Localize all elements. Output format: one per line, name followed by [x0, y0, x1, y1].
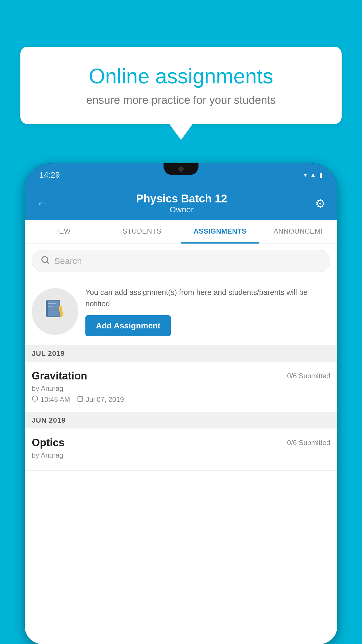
assignment-top-row: Gravitation 0/6 Submitted — [32, 370, 330, 382]
svg-rect-4 — [46, 301, 48, 316]
back-button[interactable]: ← — [36, 197, 48, 210]
tab-assignments[interactable]: ASSIGNMENTS — [181, 220, 259, 244]
assignment-top-row-optics: Optics 0/6 Submitted — [32, 437, 330, 449]
phone-notch — [164, 163, 198, 175]
status-icons: ▾ ▲ ▮ — [304, 171, 323, 179]
notebook-icon — [43, 298, 67, 326]
app-header: ← Physics Batch 12 Owner ⚙ — [25, 187, 337, 220]
date-meta: Jul 07, 2019 — [77, 396, 124, 404]
camera-dot — [178, 167, 184, 172]
promo-description: You can add assignment(s) from here and … — [85, 287, 330, 309]
tab-students[interactable]: STUDENTS — [103, 220, 181, 244]
speech-bubble-tail — [169, 124, 193, 140]
assignment-name: Gravitation — [32, 370, 87, 382]
assignment-submitted-optics: 0/6 Submitted — [287, 439, 330, 447]
search-container: Search — [25, 244, 337, 278]
speech-bubble-subtitle: ensure more practice for your students — [41, 94, 321, 106]
svg-rect-5 — [48, 303, 56, 304]
time-meta: 10:45 AM — [32, 396, 70, 404]
assignment-date: Jul 07, 2019 — [86, 396, 124, 404]
assignment-author: by Anurag — [32, 384, 330, 393]
header-center: Physics Batch 12 Owner — [136, 192, 227, 214]
search-input-wrapper[interactable]: Search — [32, 250, 330, 272]
svg-rect-3 — [48, 301, 59, 316]
header-subtitle: Owner — [136, 205, 227, 214]
header-title: Physics Batch 12 — [136, 192, 227, 205]
speech-bubble-container: Online assignments ensure more practice … — [20, 47, 342, 140]
assignment-item-optics[interactable]: Optics 0/6 Submitted by Anurag — [25, 428, 337, 471]
assignment-meta: 10:45 AM Jul 07, 2019 — [32, 396, 330, 404]
section-header-jun: JUN 2019 — [25, 412, 337, 428]
assignment-author-optics: by Anurag — [32, 451, 330, 459]
assignment-time: 10:45 AM — [41, 396, 70, 404]
assignment-item-gravitation[interactable]: Gravitation 0/6 Submitted by Anurag 10:4… — [25, 362, 337, 412]
svg-rect-10 — [78, 397, 83, 402]
settings-icon[interactable]: ⚙ — [315, 197, 326, 210]
add-assignment-button[interactable]: Add Assignment — [85, 315, 171, 336]
app-screen: ← Physics Batch 12 Owner ⚙ IEW STUDENTS … — [25, 187, 337, 644]
section-header-jul: JUL 2019 — [25, 345, 337, 362]
status-bar: 14:29 ▾ ▲ ▮ — [25, 163, 337, 187]
battery-icon: ▮ — [319, 171, 323, 179]
assignment-submitted: 0/6 Submitted — [287, 372, 330, 380]
clock-icon — [32, 396, 38, 404]
promo-section: You can add assignment(s) from here and … — [25, 278, 337, 345]
phone-frame: 14:29 ▾ ▲ ▮ ← Physics Batch 12 Owner ⚙ I… — [25, 163, 337, 644]
signal-icon: ▲ — [310, 171, 316, 179]
tab-announcements[interactable]: ANNOUNCEMI — [259, 220, 337, 244]
wifi-icon: ▾ — [304, 171, 307, 179]
speech-bubble-title: Online assignments — [41, 64, 321, 88]
svg-rect-6 — [48, 306, 53, 307]
assignment-name-optics: Optics — [32, 437, 64, 449]
notebook-icon-circle — [32, 288, 78, 335]
tab-iew[interactable]: IEW — [25, 220, 103, 244]
calendar-icon — [77, 396, 83, 404]
svg-line-1 — [47, 262, 48, 263]
search-icon — [41, 256, 50, 267]
promo-text-block: You can add assignment(s) from here and … — [85, 287, 330, 336]
status-time: 14:29 — [39, 170, 60, 180]
speech-bubble: Online assignments ensure more practice … — [20, 47, 342, 124]
tabs-bar: IEW STUDENTS ASSIGNMENTS ANNOUNCEMI — [25, 220, 337, 244]
search-placeholder: Search — [54, 256, 82, 266]
